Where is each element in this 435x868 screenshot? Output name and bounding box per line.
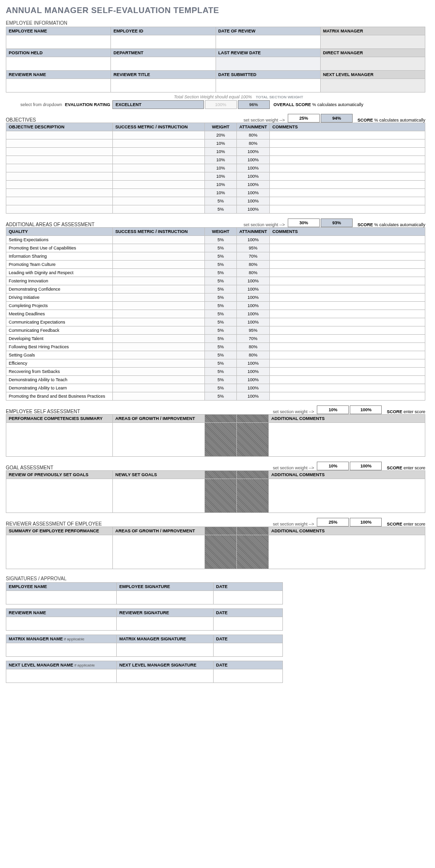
add-attain-cell[interactable]: 100% — [237, 368, 270, 376]
input-next-lvl[interactable] — [320, 79, 425, 93]
input-matrix-mgr[interactable] — [320, 35, 425, 49]
add-comments-cell[interactable] — [270, 368, 425, 376]
add-comments-cell[interactable] — [270, 277, 425, 285]
sig-name-input[interactable] — [6, 643, 117, 657]
obj-comments-cell[interactable] — [270, 189, 425, 197]
add-metric-cell[interactable] — [113, 343, 205, 351]
add-weight-cell[interactable]: 5% — [205, 351, 237, 359]
obj-desc-cell[interactable] — [6, 164, 113, 172]
add-attain-cell[interactable]: 100% — [237, 294, 270, 302]
obj-desc-cell[interactable] — [6, 131, 113, 140]
add-metric-cell[interactable] — [113, 269, 205, 277]
add-weight-cell[interactable]: 5% — [205, 359, 237, 368]
sig-name-input[interactable] — [6, 617, 117, 631]
add-comments-cell[interactable] — [270, 343, 425, 351]
add-attain-cell[interactable]: 100% — [237, 285, 270, 294]
obj-metric-cell[interactable] — [113, 156, 205, 164]
sig-date-input[interactable] — [213, 643, 282, 657]
input-emp-id[interactable] — [111, 35, 216, 49]
self-attain-input[interactable]: 100% — [350, 405, 382, 414]
add-attain-cell[interactable]: 100% — [237, 310, 270, 318]
add-attain-cell[interactable]: 100% — [237, 277, 270, 285]
obj-weight-cell[interactable]: 10% — [205, 164, 237, 172]
add-comments-cell[interactable] — [270, 252, 425, 261]
add-metric-cell[interactable] — [113, 252, 205, 261]
input-date-review[interactable] — [216, 35, 320, 49]
obj-comments-cell[interactable] — [270, 205, 425, 214]
additional-weight-input[interactable]: 30% — [288, 218, 320, 227]
obj-weight-cell[interactable]: 10% — [205, 172, 237, 181]
add-comments-cell[interactable] — [270, 351, 425, 359]
add-attain-cell[interactable]: 100% — [237, 376, 270, 384]
add-comments-cell[interactable] — [270, 318, 425, 326]
obj-desc-cell[interactable] — [6, 197, 113, 205]
obj-weight-cell[interactable]: 5% — [205, 197, 237, 205]
add-attain-cell[interactable]: 80% — [237, 269, 270, 277]
sig-date-input[interactable] — [213, 591, 282, 604]
obj-attain-cell[interactable]: 100% — [237, 172, 270, 181]
obj-metric-cell[interactable] — [113, 164, 205, 172]
add-weight-cell[interactable]: 5% — [205, 335, 237, 343]
add-attain-cell[interactable]: 100% — [237, 318, 270, 326]
rev-attain-input[interactable]: 100% — [350, 518, 382, 527]
goal-attain-input[interactable]: 100% — [350, 462, 382, 470]
obj-attain-cell[interactable]: 100% — [237, 181, 270, 189]
add-comments-cell[interactable] — [270, 261, 425, 269]
add-attain-cell[interactable]: 95% — [237, 326, 270, 335]
add-metric-cell[interactable] — [113, 285, 205, 294]
add-metric-cell[interactable] — [113, 384, 205, 392]
sig-date-input[interactable] — [213, 669, 282, 683]
obj-metric-cell[interactable] — [113, 205, 205, 214]
add-weight-cell[interactable]: 5% — [205, 277, 237, 285]
objectives-weight-input[interactable]: 25% — [288, 114, 320, 123]
goal-input-c[interactable] — [269, 479, 425, 513]
sig-sign-input[interactable] — [117, 669, 214, 683]
sig-date-input[interactable] — [213, 617, 282, 631]
obj-weight-cell[interactable]: 5% — [205, 205, 237, 214]
obj-desc-cell[interactable] — [6, 140, 113, 148]
obj-metric-cell[interactable] — [113, 148, 205, 156]
add-weight-cell[interactable]: 5% — [205, 261, 237, 269]
add-weight-cell[interactable]: 5% — [205, 302, 237, 310]
add-comments-cell[interactable] — [270, 326, 425, 335]
sig-name-input[interactable] — [6, 669, 117, 683]
add-metric-cell[interactable] — [113, 326, 205, 335]
rev-input-b[interactable] — [113, 535, 205, 569]
input-last-review[interactable] — [216, 57, 320, 71]
add-comments-cell[interactable] — [270, 285, 425, 294]
obj-metric-cell[interactable] — [113, 197, 205, 205]
goal-input-a[interactable] — [6, 479, 113, 513]
obj-desc-cell[interactable] — [6, 181, 113, 189]
add-attain-cell[interactable]: 80% — [237, 351, 270, 359]
obj-attain-cell[interactable]: 100% — [237, 156, 270, 164]
obj-comments-cell[interactable] — [270, 164, 425, 172]
sig-sign-input[interactable] — [117, 591, 214, 604]
add-attain-cell[interactable]: 80% — [237, 261, 270, 269]
add-metric-cell[interactable] — [113, 351, 205, 359]
add-attain-cell[interactable]: 100% — [237, 359, 270, 368]
goal-input-b[interactable] — [113, 479, 205, 513]
input-emp-name[interactable] — [6, 35, 111, 49]
obj-comments-cell[interactable] — [270, 148, 425, 156]
rev-input-a[interactable] — [6, 535, 113, 569]
rev-weight-input[interactable]: 25% — [317, 518, 349, 527]
rev-input-c[interactable] — [269, 535, 425, 569]
add-attain-cell[interactable]: 70% — [237, 252, 270, 261]
sig-name-input[interactable] — [6, 591, 117, 604]
add-metric-cell[interactable] — [113, 359, 205, 368]
obj-desc-cell[interactable] — [6, 205, 113, 214]
add-weight-cell[interactable]: 5% — [205, 236, 237, 244]
add-weight-cell[interactable]: 5% — [205, 244, 237, 252]
add-metric-cell[interactable] — [113, 318, 205, 326]
self-input-a[interactable] — [6, 423, 113, 457]
add-metric-cell[interactable] — [113, 277, 205, 285]
add-weight-cell[interactable]: 5% — [205, 368, 237, 376]
self-input-b[interactable] — [113, 423, 205, 457]
add-weight-cell[interactable]: 5% — [205, 343, 237, 351]
add-metric-cell[interactable] — [113, 244, 205, 252]
add-metric-cell[interactable] — [113, 261, 205, 269]
obj-weight-cell[interactable]: 10% — [205, 156, 237, 164]
self-input-c[interactable] — [269, 423, 425, 457]
input-rev-title[interactable] — [111, 79, 216, 93]
self-weight-input[interactable]: 10% — [317, 405, 349, 414]
